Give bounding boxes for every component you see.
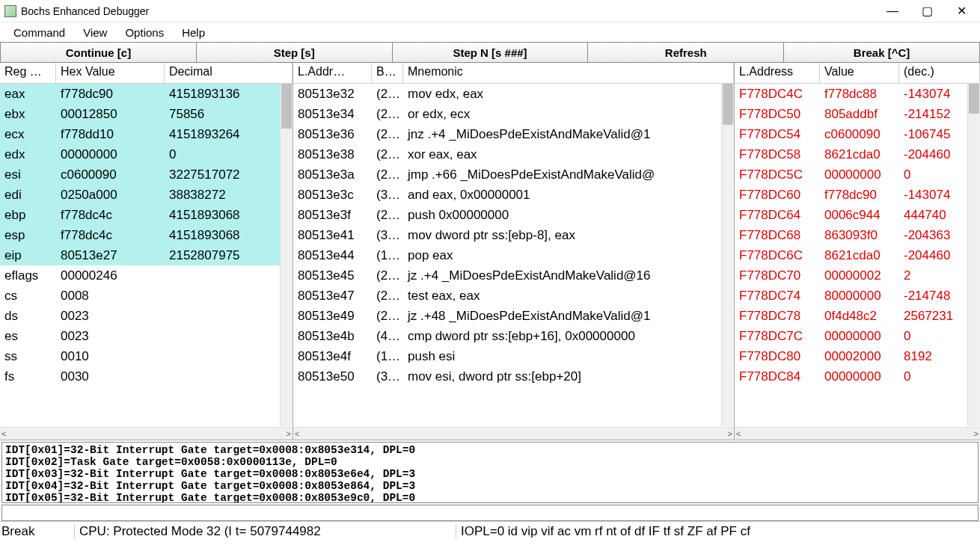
memory-row[interactable]: F778DC84000000000 bbox=[735, 366, 967, 387]
step-n-button[interactable]: Step N [s ###] bbox=[393, 42, 589, 63]
register-row[interactable]: esic06000903227517072 bbox=[0, 164, 280, 185]
disassembly-row[interactable]: 80513e3c(3…and eax, 0x00000001 bbox=[293, 185, 721, 205]
register-row[interactable]: ds0023 bbox=[0, 306, 280, 326]
register-row[interactable]: ebx0001285075856 bbox=[0, 104, 280, 124]
window-title: Bochs Enhanced Debugger bbox=[21, 5, 149, 17]
menu-options[interactable]: Options bbox=[117, 25, 171, 40]
mem-header-dec[interactable]: (dec.) bbox=[899, 63, 980, 83]
disassembly-row[interactable]: 80513e4f(1…push esi bbox=[293, 346, 721, 366]
memory-row[interactable]: F778DC588621cda0-204460 bbox=[735, 144, 967, 164]
memory-row[interactable]: F778DC780f4d48c22567231 bbox=[735, 306, 967, 326]
disassembly-row[interactable]: 80513e41(3…mov dword ptr ss:[ebp-8], eax bbox=[293, 225, 721, 245]
minimize-button[interactable]: — bbox=[875, 0, 910, 22]
disassembly-row[interactable]: 80513e36(2…jnz .+4 _MiDoesPdeExistAndMak… bbox=[293, 124, 721, 144]
disassembly-row[interactable]: 80513e32(2…mov edx, eax bbox=[293, 84, 721, 104]
register-row[interactable]: fs0030 bbox=[0, 366, 280, 387]
statusbar: Break CPU: Protected Mode 32 (I t= 50797… bbox=[0, 521, 980, 541]
memory-row[interactable]: F778DC4Cf778dc88-143074 bbox=[735, 84, 967, 104]
register-row[interactable]: espf778dc4c4151893068 bbox=[0, 225, 280, 245]
disassembly-row[interactable]: 80513e44(1…pop eax bbox=[293, 245, 721, 265]
register-row[interactable]: eip80513e272152807975 bbox=[0, 245, 280, 265]
register-row[interactable]: ss0010 bbox=[0, 346, 280, 366]
regs-header-dec[interactable]: Decimal bbox=[165, 63, 293, 83]
close-button[interactable]: ✕ bbox=[944, 0, 979, 22]
register-row[interactable]: cs0008 bbox=[0, 286, 280, 306]
status-state: Break bbox=[0, 524, 75, 539]
refresh-button[interactable]: Refresh bbox=[588, 42, 784, 63]
register-row[interactable]: edx000000000 bbox=[0, 144, 280, 164]
mem-header-val[interactable]: Value bbox=[820, 63, 899, 83]
mem-hscroll[interactable]: <> bbox=[735, 427, 980, 440]
register-row[interactable]: eflags00000246 bbox=[0, 265, 280, 286]
memory-row[interactable]: F778DC80000020008192 bbox=[735, 346, 967, 366]
mem-header-addr[interactable]: L.Address bbox=[735, 63, 820, 83]
memory-row[interactable]: F778DC7480000000-214748 bbox=[735, 286, 967, 306]
dis-header-addr[interactable]: L.Addr… bbox=[293, 63, 372, 83]
toolbar: Continue [c] Step [s] Step N [s ###] Ref… bbox=[0, 42, 980, 63]
titlebar: Bochs Enhanced Debugger — ▢ ✕ bbox=[0, 0, 980, 22]
app-icon bbox=[4, 5, 16, 17]
disassembly-row[interactable]: 80513e49(2…jz .+48 _MiDoesPdeExistAndMak… bbox=[293, 306, 721, 326]
memory-panel: L.Address Value (dec.) F778DC4Cf778dc88-… bbox=[735, 63, 980, 440]
menubar: Command View Options Help bbox=[0, 22, 980, 42]
memory-row[interactable]: F778DC7C000000000 bbox=[735, 326, 967, 346]
menu-command[interactable]: Command bbox=[6, 25, 73, 40]
disassembly-row[interactable]: 80513e4b(4…cmp dword ptr ss:[ebp+16], 0x… bbox=[293, 326, 721, 346]
status-flags: IOPL=0 id vip vif ac vm rf nt of df IF t… bbox=[456, 524, 980, 539]
menu-help[interactable]: Help bbox=[174, 25, 212, 40]
register-row[interactable]: ecxf778dd104151893264 bbox=[0, 124, 280, 144]
disassembly-row[interactable]: 80513e47(2…test eax, eax bbox=[293, 286, 721, 306]
dis-header-bytes[interactable]: B… bbox=[372, 63, 403, 83]
register-row[interactable]: ebpf778dc4c4151893068 bbox=[0, 205, 280, 225]
disassembly-row[interactable]: 80513e3a(2…jmp .+66 _MiDoesPdeExistAndMa… bbox=[293, 164, 721, 185]
disassembly-row[interactable]: 80513e3f(2…push 0x00000000 bbox=[293, 205, 721, 225]
memory-row[interactable]: F778DC5C000000000 bbox=[735, 164, 967, 185]
regs-vscroll[interactable] bbox=[280, 84, 293, 426]
mem-vscroll[interactable] bbox=[967, 84, 980, 426]
registers-panel: Reg … Hex Value Decimal eaxf778dc9041518… bbox=[0, 63, 293, 440]
disassembly-panel: L.Addr… B… Mnemonic 80513e32(2…mov edx, … bbox=[293, 63, 735, 440]
memory-row[interactable]: F778DC6C8621cda0-204460 bbox=[735, 245, 967, 265]
dis-hscroll[interactable]: <> bbox=[293, 427, 734, 440]
status-cpu: CPU: Protected Mode 32 (I t= 5079744982 bbox=[75, 524, 456, 539]
break-button[interactable]: Break [^C] bbox=[784, 42, 980, 63]
regs-header-name[interactable]: Reg … bbox=[0, 63, 56, 83]
maximize-button[interactable]: ▢ bbox=[910, 0, 944, 22]
register-row[interactable]: es0023 bbox=[0, 326, 280, 346]
disassembly-row[interactable]: 80513e50(3…mov esi, dword ptr ss:[ebp+20… bbox=[293, 366, 721, 387]
disassembly-row[interactable]: 80513e38(2…xor eax, eax bbox=[293, 144, 721, 164]
step-button[interactable]: Step [s] bbox=[197, 42, 393, 63]
memory-row[interactable]: F778DC70000000022 bbox=[735, 265, 967, 286]
continue-button[interactable]: Continue [c] bbox=[0, 42, 197, 63]
memory-row[interactable]: F778DC68863093f0-204363 bbox=[735, 225, 967, 245]
log-output[interactable]: IDT[0x01]=32-Bit Interrupt Gate target=0… bbox=[1, 442, 979, 503]
memory-row[interactable]: F778DC54c0600090-106745 bbox=[735, 124, 967, 144]
memory-row[interactable]: F778DC60f778dc90-143074 bbox=[735, 185, 967, 205]
register-row[interactable]: eaxf778dc904151893136 bbox=[0, 84, 280, 104]
memory-row[interactable]: F778DC640006c944444740 bbox=[735, 205, 967, 225]
disassembly-row[interactable]: 80513e45(2…jz .+4 _MiDoesPdeExistAndMake… bbox=[293, 265, 721, 286]
disassembly-row[interactable]: 80513e34(2…or edx, ecx bbox=[293, 104, 721, 124]
regs-header-hex[interactable]: Hex Value bbox=[56, 63, 165, 83]
menu-view[interactable]: View bbox=[76, 25, 114, 40]
memory-row[interactable]: F778DC50805addbf-214152 bbox=[735, 104, 967, 124]
regs-hscroll[interactable]: <> bbox=[0, 427, 293, 440]
dis-header-mnem[interactable]: Mnemonic bbox=[403, 63, 734, 83]
dis-vscroll[interactable] bbox=[721, 84, 734, 426]
register-row[interactable]: edi0250a00038838272 bbox=[0, 185, 280, 205]
command-input[interactable] bbox=[1, 505, 979, 521]
main-panels: Reg … Hex Value Decimal eaxf778dc9041518… bbox=[0, 63, 980, 440]
